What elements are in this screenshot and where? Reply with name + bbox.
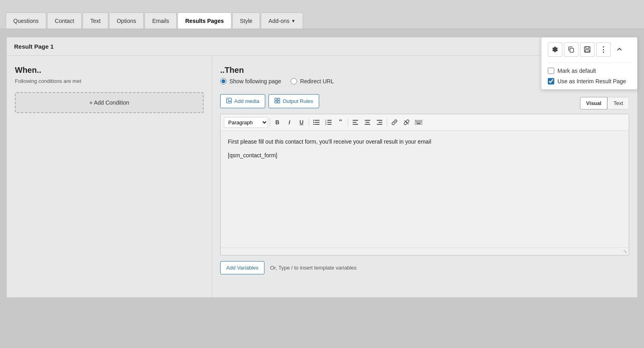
when-subtitle: Following conditions are met — [15, 78, 204, 84]
output-rules-button[interactable]: Output Rules — [268, 94, 319, 108]
svg-rect-2 — [275, 98, 277, 100]
mark-as-default-row: Mark as default — [548, 68, 631, 74]
tab-options[interactable]: Options — [109, 12, 144, 29]
svg-rect-23 — [365, 124, 370, 125]
svg-rect-20 — [353, 124, 358, 125]
content-line-1: First please fill out this contact form,… — [228, 137, 621, 146]
svg-rect-42 — [586, 47, 589, 49]
svg-rect-6 — [315, 120, 320, 121]
tab-bar: Questions Contact Text Options Emails Re… — [0, 0, 644, 29]
svg-rect-35 — [417, 122, 418, 123]
toolbar-separator-1 — [270, 118, 270, 126]
underline-button[interactable]: U — [296, 117, 307, 128]
editor-top-row: Add media Output Rul — [220, 94, 629, 112]
tab-text[interactable]: Text — [83, 12, 108, 29]
svg-rect-31 — [418, 121, 419, 121]
svg-rect-32 — [419, 121, 420, 121]
redirect-url-option[interactable]: Redirect URL — [291, 78, 334, 84]
svg-rect-12 — [327, 120, 332, 121]
bold-button[interactable]: B — [272, 117, 283, 128]
italic-button[interactable]: I — [284, 117, 295, 128]
when-panel: When.. Following conditions are met + Ad… — [7, 56, 212, 297]
toolbar-separator-3 — [348, 118, 348, 126]
toolbar-separator-4 — [387, 118, 387, 126]
editor-tab-text[interactable]: Text — [607, 97, 629, 109]
content-line-2: [qsm_contact_form] — [228, 151, 621, 160]
ordered-list-button[interactable]: 123 — [323, 117, 334, 128]
align-left-button[interactable] — [350, 117, 361, 128]
result-page-title: Result Page 1 — [14, 43, 54, 50]
save-icon — [584, 46, 590, 53]
toolbar-popup-buttons: ⋮ — [548, 42, 631, 57]
svg-rect-25 — [378, 122, 382, 123]
editor-toolbar: Paragraph Heading 1 Heading 2 Heading 3 … — [221, 114, 629, 131]
tab-emails[interactable]: Emails — [144, 12, 177, 29]
tab-questions[interactable]: Questions — [6, 12, 46, 29]
align-center-button[interactable] — [362, 117, 373, 128]
unlink-button[interactable] — [401, 117, 412, 128]
show-following-page-radio[interactable] — [220, 78, 227, 84]
add-media-icon — [226, 98, 232, 105]
use-as-interim-checkbox[interactable] — [548, 78, 554, 84]
more-options-button[interactable]: ⋮ — [596, 42, 611, 57]
copy-button[interactable] — [564, 42, 578, 57]
show-following-page-option[interactable]: Show following page — [220, 78, 281, 84]
svg-point-11 — [313, 124, 314, 125]
output-rules-icon — [275, 98, 280, 105]
editor-tabs-row: Visual Text — [580, 97, 629, 109]
tab-add-ons[interactable]: Add-ons ▼ — [261, 12, 303, 29]
save-button[interactable] — [580, 42, 594, 57]
svg-rect-43 — [585, 50, 589, 52]
svg-text:3: 3 — [325, 123, 326, 125]
mark-as-default-checkbox[interactable] — [548, 68, 554, 74]
tab-style[interactable]: Style — [232, 12, 260, 29]
mark-as-default-label[interactable]: Mark as default — [557, 68, 596, 74]
svg-point-9 — [313, 120, 314, 121]
svg-rect-37 — [419, 122, 420, 123]
svg-rect-13 — [327, 122, 332, 123]
collapse-button[interactable] — [612, 42, 627, 57]
svg-rect-36 — [418, 122, 419, 123]
svg-rect-7 — [315, 122, 320, 123]
main-content: Result Page 1 When.. Following condition… — [0, 29, 644, 306]
editor-tab-visual[interactable]: Visual — [580, 97, 607, 109]
svg-rect-24 — [377, 120, 382, 121]
svg-rect-0 — [227, 98, 231, 103]
gear-icon — [552, 46, 558, 53]
panels-row: When.. Following conditions are met + Ad… — [7, 56, 637, 297]
add-condition-button[interactable]: + Add Condition — [15, 92, 204, 113]
svg-rect-30 — [417, 121, 418, 121]
tab-results-pages[interactable]: Results Pages — [178, 12, 231, 29]
align-right-button[interactable] — [374, 117, 385, 128]
editor-wrapper: Paragraph Heading 1 Heading 2 Heading 3 … — [220, 114, 629, 255]
chevron-up-icon — [617, 47, 622, 52]
toolbar-popup: ⋮ Mark as default Use as Interim Result … — [541, 37, 638, 90]
link-button[interactable] — [389, 117, 400, 128]
resize-icon: ⤡ — [623, 249, 627, 254]
popup-divider — [548, 62, 631, 63]
svg-rect-8 — [315, 124, 320, 125]
svg-rect-21 — [365, 120, 370, 121]
unordered-list-button[interactable] — [311, 117, 322, 128]
svg-rect-14 — [327, 124, 332, 125]
when-title: When.. — [15, 66, 204, 75]
svg-rect-3 — [278, 98, 280, 100]
add-media-button[interactable]: Add media — [220, 94, 265, 108]
chevron-down-icon: ▼ — [291, 19, 295, 23]
paragraph-select[interactable]: Paragraph Heading 1 Heading 2 Heading 3 — [224, 117, 268, 128]
action-buttons-row: Add media Output Rul — [220, 94, 319, 108]
settings-button[interactable] — [548, 42, 562, 57]
keyboard-button[interactable] — [413, 117, 424, 128]
variables-row: Add Variables Or, Type / to insert templ… — [220, 261, 629, 274]
svg-rect-26 — [377, 124, 382, 125]
svg-rect-33 — [421, 121, 421, 121]
tab-contact[interactable]: Contact — [47, 12, 82, 29]
svg-rect-29 — [416, 121, 417, 121]
svg-rect-18 — [353, 120, 358, 121]
redirect-url-radio[interactable] — [291, 78, 297, 84]
blockquote-button[interactable]: " — [335, 117, 346, 128]
add-variables-button[interactable]: Add Variables — [220, 261, 264, 274]
use-as-interim-label[interactable]: Use as Interim Result Page — [557, 78, 626, 84]
editor-content[interactable]: First please fill out this contact form,… — [221, 131, 629, 247]
toolbar-separator-2 — [309, 118, 309, 126]
